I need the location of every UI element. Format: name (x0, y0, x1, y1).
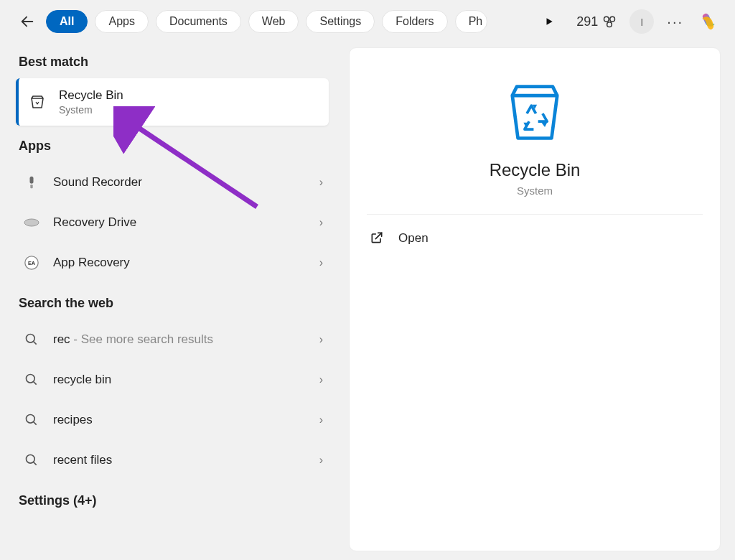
search-icon (22, 370, 42, 390)
web-result-recent-files[interactable]: recent files › (16, 440, 329, 480)
apps-heading: Apps (16, 126, 329, 162)
web-term: recycle bin (53, 373, 308, 387)
preview-pane: Recycle Bin System Open (349, 47, 721, 551)
account-avatar[interactable]: I (629, 9, 654, 34)
tab-photos-truncated[interactable]: Ph (455, 10, 488, 33)
preview-title: Recycle Bin (490, 160, 581, 180)
search-icon (22, 330, 42, 350)
chevron-right-icon: › (319, 216, 323, 229)
avatar-initial: I (640, 16, 643, 28)
svg-line-11 (34, 342, 37, 345)
svg-line-15 (34, 422, 37, 425)
chevron-right-icon: › (319, 414, 323, 426)
web-result-rec[interactable]: rec - See more search results › (16, 319, 329, 360)
best-match-result[interactable]: Recycle Bin System (16, 78, 329, 126)
tab-settings[interactable]: Settings (306, 10, 375, 33)
chevron-right-icon: › (319, 176, 323, 189)
svg-point-7 (24, 219, 39, 226)
web-result-recycle-bin[interactable]: recycle bin › (16, 360, 329, 400)
app-label: Recovery Drive (53, 215, 308, 230)
best-match-title: Recycle Bin (59, 88, 123, 103)
scroll-tabs-right-button[interactable] (540, 17, 558, 27)
best-match-subtitle: System (59, 104, 123, 116)
open-action[interactable]: Open (350, 215, 720, 262)
chevron-right-icon: › (319, 454, 323, 467)
tab-all[interactable]: All (46, 10, 88, 33)
filter-tabs: All Apps Documents Web Settings Folders … (46, 10, 535, 33)
chevron-right-icon: › (319, 256, 323, 269)
web-result-recipes[interactable]: recipes › (16, 400, 329, 440)
recycle-bin-icon (27, 92, 47, 112)
svg-marker-1 (547, 18, 553, 24)
svg-line-13 (34, 382, 37, 385)
search-icon (22, 410, 42, 430)
settings-heading[interactable]: Settings (4+) (16, 480, 329, 517)
app-result-sound-recorder[interactable]: Sound Recorder › (16, 162, 329, 202)
tab-documents[interactable]: Documents (156, 10, 241, 33)
best-match-heading: Best match (16, 42, 329, 78)
svg-point-3 (610, 17, 615, 22)
chevron-right-icon: › (319, 373, 323, 386)
web-term: recipes (53, 413, 308, 427)
open-label: Open (398, 231, 429, 246)
svg-rect-5 (30, 177, 34, 184)
svg-point-2 (604, 17, 609, 22)
rewards-icon (602, 14, 617, 29)
drive-icon (22, 213, 42, 233)
points-value: 291 (576, 14, 598, 29)
svg-marker-19 (541, 123, 547, 127)
svg-point-10 (27, 335, 35, 343)
more-options-button[interactable]: ··· (667, 14, 683, 30)
preview-subtitle: System (517, 185, 553, 197)
web-term: rec - See more search results (53, 332, 308, 347)
search-web-heading: Search the web (16, 283, 329, 319)
svg-line-17 (34, 462, 37, 465)
svg-point-12 (27, 375, 35, 383)
app-result-recovery-drive[interactable]: Recovery Drive › (16, 202, 329, 243)
copilot-icon[interactable] (696, 9, 721, 34)
tab-web[interactable]: Web (248, 10, 299, 33)
svg-point-4 (607, 22, 612, 27)
svg-point-14 (27, 415, 35, 424)
recovery-icon: EA (22, 253, 42, 273)
back-button[interactable] (14, 9, 40, 34)
web-term: recent files (53, 453, 308, 467)
svg-point-16 (27, 455, 35, 464)
rewards-points[interactable]: 291 (576, 14, 617, 29)
tab-apps[interactable]: Apps (95, 10, 148, 33)
svg-rect-6 (30, 185, 32, 188)
chevron-right-icon: › (319, 333, 323, 346)
svg-text:EA: EA (28, 260, 36, 266)
recycle-bin-large-icon (499, 75, 571, 147)
microphone-icon (22, 172, 42, 192)
app-label: Sound Recorder (53, 175, 308, 190)
tab-folders[interactable]: Folders (382, 10, 447, 33)
app-result-app-recovery[interactable]: EA App Recovery › (16, 243, 329, 283)
open-external-icon (370, 230, 385, 246)
search-icon (22, 450, 42, 470)
app-label: App Recovery (53, 256, 308, 270)
